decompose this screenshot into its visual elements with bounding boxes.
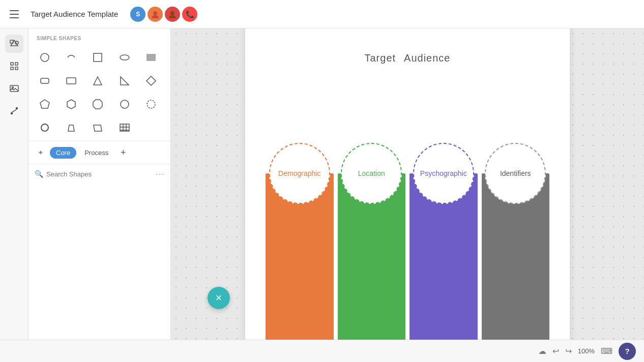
- svg-point-29: [147, 100, 155, 108]
- col-psychographic: Psychographic: [409, 173, 478, 340]
- svg-marker-22: [94, 77, 102, 85]
- circle-location[interactable]: Location: [341, 143, 402, 204]
- status-bar: ☁ ↩ ↪ 100% ⌨ ?: [0, 340, 644, 362]
- menu-button[interactable]: [6, 6, 22, 22]
- title-part1: Target: [365, 52, 396, 64]
- rect-outline-shape[interactable]: [60, 70, 82, 92]
- more-options-icon[interactable]: ⋯: [155, 168, 164, 179]
- svg-marker-25: [40, 100, 49, 108]
- svg-point-30: [41, 124, 48, 131]
- parallelogram-shape[interactable]: [86, 116, 109, 139]
- svg-point-13: [41, 53, 49, 62]
- search-row: 🔍 ⋯: [28, 164, 170, 184]
- avatar-b[interactable]: [148, 7, 163, 22]
- star-icon[interactable]: ✦: [34, 145, 48, 160]
- triangle-shape[interactable]: [86, 70, 109, 92]
- svg-marker-27: [93, 100, 102, 109]
- label-identifiers: Identifiers: [500, 169, 531, 177]
- table2-shape[interactable]: [113, 116, 136, 139]
- col-identifiers: Identifiers: [482, 173, 550, 340]
- label-location: Location: [358, 169, 385, 177]
- circle-demographic[interactable]: Demographic: [269, 143, 330, 204]
- search-input[interactable]: [46, 170, 152, 178]
- table-shape[interactable]: [140, 46, 162, 69]
- label-psychographic: Psychographic: [420, 169, 467, 177]
- svg-rect-21: [67, 78, 76, 84]
- svg-rect-6: [15, 63, 18, 65]
- topbar: Target Audience Template S 📞: [0, 0, 644, 28]
- hexagon-shape[interactable]: [60, 93, 82, 115]
- add-tab-button[interactable]: +: [116, 146, 130, 159]
- circle-outline3-shape[interactable]: [140, 93, 162, 115]
- shapes-panel: Simple Shapes: [28, 28, 171, 340]
- left-toolbar: [0, 28, 28, 340]
- avatar-group: S 📞: [130, 7, 197, 22]
- simple-shapes-label: Simple Shapes: [28, 28, 170, 44]
- board-title: Target Audience: [365, 52, 451, 64]
- svg-point-28: [121, 100, 129, 108]
- search-icon: 🔍: [35, 170, 43, 178]
- svg-marker-23: [121, 77, 129, 85]
- svg-rect-16: [147, 54, 156, 61]
- tab-core[interactable]: Core: [50, 147, 76, 159]
- svg-marker-26: [67, 100, 75, 109]
- circle-identifiers[interactable]: Identifiers: [485, 143, 546, 204]
- rounded-rect-shape[interactable]: [34, 70, 56, 92]
- arc-shape[interactable]: [60, 46, 82, 69]
- svg-rect-14: [94, 53, 102, 62]
- main-layout: Simple Shapes: [0, 28, 644, 340]
- svg-rect-8: [15, 67, 18, 70]
- svg-rect-5: [11, 63, 13, 65]
- title-part2: Audience: [404, 52, 450, 64]
- octagon-shape[interactable]: [86, 93, 109, 115]
- circle-sm-shape[interactable]: [34, 116, 56, 139]
- image-tool-button[interactable]: [5, 79, 23, 98]
- pentagon-shape[interactable]: [34, 93, 56, 115]
- help-button[interactable]: ?: [619, 343, 636, 360]
- zoom-level: 100%: [578, 347, 595, 355]
- keyboard-icon[interactable]: ⌨: [601, 346, 612, 356]
- close-fab-button[interactable]: ×: [208, 287, 230, 309]
- columns-container: Demographic Location Psychographic: [266, 148, 549, 340]
- call-button[interactable]: 📞: [182, 7, 197, 22]
- right-triangle-shape[interactable]: [113, 70, 136, 92]
- svg-marker-24: [147, 76, 156, 85]
- circle-outline2-shape[interactable]: [113, 93, 136, 115]
- avatar-c[interactable]: [165, 7, 180, 22]
- grid-tool-button[interactable]: [5, 57, 23, 75]
- col-location: Location: [338, 173, 406, 340]
- svg-point-12: [16, 108, 17, 109]
- svg-rect-9: [10, 85, 18, 92]
- undo-icon[interactable]: ↩: [552, 346, 559, 356]
- shapes-tool-button[interactable]: [5, 35, 23, 53]
- cloud-icon[interactable]: ☁: [538, 346, 546, 356]
- diamond-shape[interactable]: [140, 70, 162, 92]
- svg-marker-32: [94, 125, 102, 131]
- svg-rect-7: [11, 67, 13, 70]
- svg-point-0: [153, 11, 157, 15]
- svg-point-1: [170, 11, 174, 15]
- canvas-board: Target Audience Demographic Location: [245, 28, 570, 340]
- drawing-tool-button[interactable]: [5, 102, 23, 120]
- canvas-area[interactable]: Target Audience Demographic Location: [171, 28, 644, 340]
- page-title: Target Audience Template: [31, 10, 118, 18]
- redo-icon[interactable]: ↪: [565, 346, 572, 356]
- svg-marker-31: [68, 125, 74, 131]
- shape-tabs-row: ✦ Core Process +: [28, 141, 170, 164]
- label-demographic: Demographic: [278, 169, 320, 177]
- shapes-grid: [28, 44, 170, 141]
- col-demographic: Demographic: [266, 173, 334, 340]
- trapezoid-shape[interactable]: [60, 116, 82, 139]
- tab-process[interactable]: Process: [78, 147, 114, 159]
- circle-shape[interactable]: [34, 46, 56, 69]
- circle-psychographic[interactable]: Psychographic: [413, 143, 474, 204]
- svg-rect-20: [41, 78, 49, 83]
- ellipse-shape[interactable]: [113, 46, 136, 69]
- svg-point-15: [120, 55, 129, 60]
- svg-point-11: [11, 113, 12, 114]
- avatar-s[interactable]: S: [130, 7, 145, 22]
- square-shape[interactable]: [86, 46, 109, 69]
